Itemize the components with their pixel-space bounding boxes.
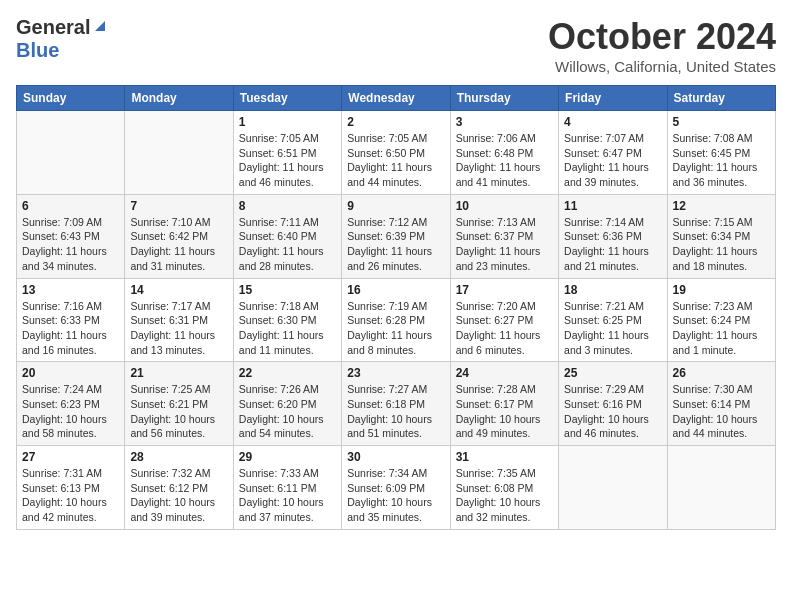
day-info: Sunrise: 7:34 AMSunset: 6:09 PMDaylight:…: [347, 466, 444, 525]
day-number: 17: [456, 283, 553, 297]
day-number: 13: [22, 283, 119, 297]
table-row: 2Sunrise: 7:05 AMSunset: 6:50 PMDaylight…: [342, 111, 450, 195]
table-row: [125, 111, 233, 195]
logo: General Blue: [16, 16, 107, 62]
table-row: 26Sunrise: 7:30 AMSunset: 6:14 PMDayligh…: [667, 362, 775, 446]
calendar-week-row: 27Sunrise: 7:31 AMSunset: 6:13 PMDayligh…: [17, 446, 776, 530]
table-row: 24Sunrise: 7:28 AMSunset: 6:17 PMDayligh…: [450, 362, 558, 446]
table-row: 5Sunrise: 7:08 AMSunset: 6:45 PMDaylight…: [667, 111, 775, 195]
day-number: 9: [347, 199, 444, 213]
day-info: Sunrise: 7:08 AMSunset: 6:45 PMDaylight:…: [673, 131, 770, 190]
day-number: 22: [239, 366, 336, 380]
day-info: Sunrise: 7:11 AMSunset: 6:40 PMDaylight:…: [239, 215, 336, 274]
header: General Blue October 2024 Willows, Calif…: [16, 16, 776, 75]
day-info: Sunrise: 7:17 AMSunset: 6:31 PMDaylight:…: [130, 299, 227, 358]
day-number: 5: [673, 115, 770, 129]
day-info: Sunrise: 7:29 AMSunset: 6:16 PMDaylight:…: [564, 382, 661, 441]
col-tuesday: Tuesday: [233, 86, 341, 111]
day-number: 2: [347, 115, 444, 129]
day-number: 30: [347, 450, 444, 464]
day-number: 8: [239, 199, 336, 213]
table-row: 7Sunrise: 7:10 AMSunset: 6:42 PMDaylight…: [125, 194, 233, 278]
table-row: 1Sunrise: 7:05 AMSunset: 6:51 PMDaylight…: [233, 111, 341, 195]
title-area: October 2024 Willows, California, United…: [548, 16, 776, 75]
day-info: Sunrise: 7:31 AMSunset: 6:13 PMDaylight:…: [22, 466, 119, 525]
day-number: 12: [673, 199, 770, 213]
table-row: 8Sunrise: 7:11 AMSunset: 6:40 PMDaylight…: [233, 194, 341, 278]
day-info: Sunrise: 7:23 AMSunset: 6:24 PMDaylight:…: [673, 299, 770, 358]
day-number: 29: [239, 450, 336, 464]
table-row: 17Sunrise: 7:20 AMSunset: 6:27 PMDayligh…: [450, 278, 558, 362]
table-row: 22Sunrise: 7:26 AMSunset: 6:20 PMDayligh…: [233, 362, 341, 446]
table-row: 4Sunrise: 7:07 AMSunset: 6:47 PMDaylight…: [559, 111, 667, 195]
day-number: 27: [22, 450, 119, 464]
calendar-week-row: 1Sunrise: 7:05 AMSunset: 6:51 PMDaylight…: [17, 111, 776, 195]
logo-line1: General: [16, 16, 107, 39]
col-thursday: Thursday: [450, 86, 558, 111]
col-saturday: Saturday: [667, 86, 775, 111]
table-row: 16Sunrise: 7:19 AMSunset: 6:28 PMDayligh…: [342, 278, 450, 362]
day-info: Sunrise: 7:20 AMSunset: 6:27 PMDaylight:…: [456, 299, 553, 358]
table-row: [17, 111, 125, 195]
day-number: 10: [456, 199, 553, 213]
day-number: 21: [130, 366, 227, 380]
table-row: 19Sunrise: 7:23 AMSunset: 6:24 PMDayligh…: [667, 278, 775, 362]
logo-blue-text: Blue: [16, 39, 59, 61]
day-number: 16: [347, 283, 444, 297]
table-row: 14Sunrise: 7:17 AMSunset: 6:31 PMDayligh…: [125, 278, 233, 362]
table-row: 21Sunrise: 7:25 AMSunset: 6:21 PMDayligh…: [125, 362, 233, 446]
day-info: Sunrise: 7:14 AMSunset: 6:36 PMDaylight:…: [564, 215, 661, 274]
day-number: 6: [22, 199, 119, 213]
table-row: [667, 446, 775, 530]
table-row: 3Sunrise: 7:06 AMSunset: 6:48 PMDaylight…: [450, 111, 558, 195]
logo-arrow-icon: [93, 19, 107, 37]
day-number: 26: [673, 366, 770, 380]
day-info: Sunrise: 7:24 AMSunset: 6:23 PMDaylight:…: [22, 382, 119, 441]
table-row: 29Sunrise: 7:33 AMSunset: 6:11 PMDayligh…: [233, 446, 341, 530]
day-info: Sunrise: 7:32 AMSunset: 6:12 PMDaylight:…: [130, 466, 227, 525]
day-number: 14: [130, 283, 227, 297]
day-number: 3: [456, 115, 553, 129]
day-info: Sunrise: 7:05 AMSunset: 6:50 PMDaylight:…: [347, 131, 444, 190]
logo-general-text: General: [16, 16, 90, 39]
table-row: [559, 446, 667, 530]
day-number: 23: [347, 366, 444, 380]
table-row: 23Sunrise: 7:27 AMSunset: 6:18 PMDayligh…: [342, 362, 450, 446]
day-number: 31: [456, 450, 553, 464]
day-info: Sunrise: 7:27 AMSunset: 6:18 PMDaylight:…: [347, 382, 444, 441]
page-container: General Blue October 2024 Willows, Calif…: [16, 16, 776, 530]
table-row: 27Sunrise: 7:31 AMSunset: 6:13 PMDayligh…: [17, 446, 125, 530]
calendar-week-row: 20Sunrise: 7:24 AMSunset: 6:23 PMDayligh…: [17, 362, 776, 446]
col-friday: Friday: [559, 86, 667, 111]
table-row: 20Sunrise: 7:24 AMSunset: 6:23 PMDayligh…: [17, 362, 125, 446]
col-monday: Monday: [125, 86, 233, 111]
day-number: 7: [130, 199, 227, 213]
logo-line2: Blue: [16, 39, 59, 62]
location-title: Willows, California, United States: [548, 58, 776, 75]
day-info: Sunrise: 7:28 AMSunset: 6:17 PMDaylight:…: [456, 382, 553, 441]
table-row: 9Sunrise: 7:12 AMSunset: 6:39 PMDaylight…: [342, 194, 450, 278]
day-number: 18: [564, 283, 661, 297]
day-info: Sunrise: 7:09 AMSunset: 6:43 PMDaylight:…: [22, 215, 119, 274]
day-number: 19: [673, 283, 770, 297]
table-row: 15Sunrise: 7:18 AMSunset: 6:30 PMDayligh…: [233, 278, 341, 362]
day-number: 15: [239, 283, 336, 297]
day-info: Sunrise: 7:19 AMSunset: 6:28 PMDaylight:…: [347, 299, 444, 358]
table-row: 18Sunrise: 7:21 AMSunset: 6:25 PMDayligh…: [559, 278, 667, 362]
day-number: 24: [456, 366, 553, 380]
day-info: Sunrise: 7:13 AMSunset: 6:37 PMDaylight:…: [456, 215, 553, 274]
calendar-week-row: 13Sunrise: 7:16 AMSunset: 6:33 PMDayligh…: [17, 278, 776, 362]
table-row: 12Sunrise: 7:15 AMSunset: 6:34 PMDayligh…: [667, 194, 775, 278]
table-row: 25Sunrise: 7:29 AMSunset: 6:16 PMDayligh…: [559, 362, 667, 446]
day-info: Sunrise: 7:07 AMSunset: 6:47 PMDaylight:…: [564, 131, 661, 190]
day-info: Sunrise: 7:25 AMSunset: 6:21 PMDaylight:…: [130, 382, 227, 441]
day-info: Sunrise: 7:05 AMSunset: 6:51 PMDaylight:…: [239, 131, 336, 190]
day-info: Sunrise: 7:15 AMSunset: 6:34 PMDaylight:…: [673, 215, 770, 274]
day-number: 20: [22, 366, 119, 380]
day-info: Sunrise: 7:33 AMSunset: 6:11 PMDaylight:…: [239, 466, 336, 525]
day-info: Sunrise: 7:16 AMSunset: 6:33 PMDaylight:…: [22, 299, 119, 358]
col-wednesday: Wednesday: [342, 86, 450, 111]
table-row: 31Sunrise: 7:35 AMSunset: 6:08 PMDayligh…: [450, 446, 558, 530]
calendar-table: Sunday Monday Tuesday Wednesday Thursday…: [16, 85, 776, 530]
table-row: 13Sunrise: 7:16 AMSunset: 6:33 PMDayligh…: [17, 278, 125, 362]
